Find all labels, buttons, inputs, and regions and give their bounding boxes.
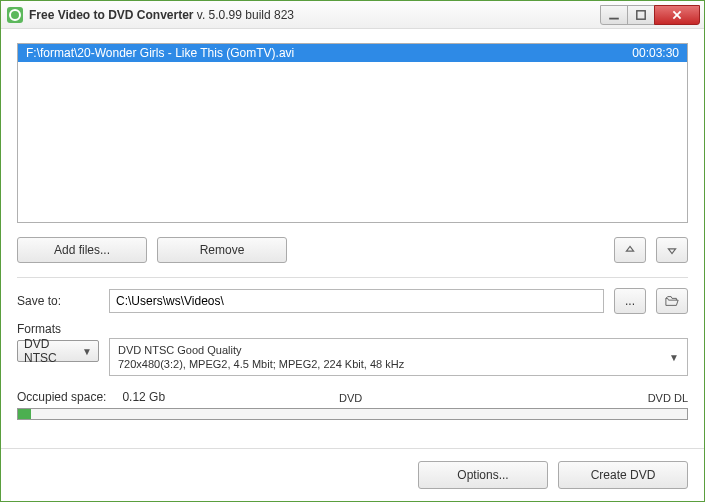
app-window: Free Video to DVD Converter v. 5.0.99 bu… — [0, 0, 705, 502]
close-icon — [671, 9, 683, 21]
progress-marks: DVD DVD DL — [17, 392, 688, 404]
minimize-icon — [608, 9, 620, 21]
quality-detail: 720x480(3:2), MPEG2, 4.5 Mbit; MPEG2, 22… — [118, 357, 404, 371]
chevron-down-icon: ▼ — [82, 346, 92, 357]
window-title: Free Video to DVD Converter v. 5.0.99 bu… — [29, 8, 601, 22]
quality-text: DVD NTSC Good Quality 720x480(3:2), MPEG… — [118, 343, 404, 372]
titlebar[interactable]: Free Video to DVD Converter v. 5.0.99 bu… — [1, 1, 704, 29]
file-list[interactable]: F:\format\20-Wonder Girls - Like This (G… — [17, 43, 688, 223]
content-area: F:\format\20-Wonder Girls - Like This (G… — [1, 29, 704, 448]
browse-button[interactable]: ... — [614, 288, 646, 314]
file-buttons-row: Add files... Remove — [17, 237, 688, 263]
mark-dvd-dl: DVD DL — [648, 392, 688, 404]
file-duration: 00:03:30 — [632, 46, 679, 60]
footer: Options... Create DVD — [1, 448, 704, 501]
progress-wrap: DVD DVD DL — [17, 408, 688, 420]
app-name: Free Video to DVD Converter — [29, 8, 193, 22]
formats-column: Formats DVD NTSC ▼ — [17, 322, 99, 362]
quality-select[interactable]: DVD NTSC Good Quality 720x480(3:2), MPEG… — [109, 338, 688, 376]
minimize-button[interactable] — [600, 5, 628, 25]
file-row[interactable]: F:\format\20-Wonder Girls - Like This (G… — [18, 44, 687, 62]
maximize-icon — [635, 9, 647, 21]
remove-button[interactable]: Remove — [157, 237, 287, 263]
move-down-button[interactable] — [656, 237, 688, 263]
app-icon — [7, 7, 23, 23]
open-folder-button[interactable] — [656, 288, 688, 314]
app-version: v. 5.0.99 build 823 — [193, 8, 294, 22]
format-select[interactable]: DVD NTSC ▼ — [17, 340, 99, 362]
window-controls — [601, 5, 700, 25]
formats-label: Formats — [17, 322, 99, 336]
create-dvd-button[interactable]: Create DVD — [558, 461, 688, 489]
svg-rect-1 — [637, 10, 645, 18]
save-to-input[interactable] — [109, 289, 604, 313]
mark-dvd: DVD — [339, 392, 362, 404]
folder-open-icon — [665, 295, 679, 307]
quality-title: DVD NTSC Good Quality — [118, 343, 404, 357]
arrow-up-icon — [624, 244, 636, 256]
occupied-progress — [17, 408, 688, 420]
format-select-value: DVD NTSC — [24, 337, 82, 365]
options-button[interactable]: Options... — [418, 461, 548, 489]
progress-fill — [18, 409, 31, 419]
add-files-button[interactable]: Add files... — [17, 237, 147, 263]
close-button[interactable] — [654, 5, 700, 25]
divider — [17, 277, 688, 278]
maximize-button[interactable] — [627, 5, 655, 25]
arrow-down-icon — [666, 244, 678, 256]
formats-row: Formats DVD NTSC ▼ DVD NTSC Good Quality… — [17, 322, 688, 376]
save-to-label: Save to: — [17, 294, 99, 308]
move-up-button[interactable] — [614, 237, 646, 263]
save-to-row: Save to: ... — [17, 288, 688, 314]
file-path: F:\format\20-Wonder Girls - Like This (G… — [26, 46, 294, 60]
chevron-down-icon: ▼ — [669, 352, 679, 363]
